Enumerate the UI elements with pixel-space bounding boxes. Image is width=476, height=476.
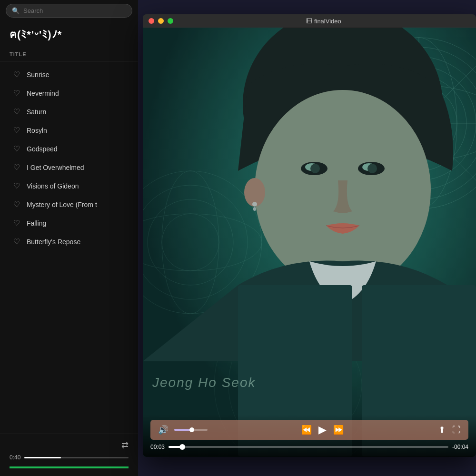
column-header: TITLE — [0, 48, 138, 61]
heart-icon[interactable]: ♡ — [13, 200, 20, 209]
video-window: 🎞 finalVideo — [143, 14, 476, 457]
minimize-button[interactable] — [158, 18, 164, 24]
search-bar[interactable]: 🔍 — [6, 4, 132, 18]
track-item[interactable]: ♡ Godspeed — [4, 139, 134, 158]
maximize-button[interactable] — [168, 18, 173, 24]
share-button[interactable]: ⬆ — [437, 424, 446, 436]
play-button[interactable]: ▶ — [317, 423, 327, 437]
volume-knob — [189, 427, 194, 432]
heart-icon[interactable]: ♡ — [13, 89, 20, 98]
window-title-text: finalVideo — [314, 18, 341, 25]
watermark: Jeong Ho Seok — [152, 375, 256, 390]
app-title: ฅ(ﾐ*'ᵕ'ﾐ)ﾉ* — [0, 18, 138, 48]
track-item[interactable]: ♡ Butterfly's Repose — [4, 232, 134, 251]
video-controls: 🔊 ⏪ ▶ ⏩ ⬆ ⛶ — [143, 414, 476, 457]
shuffle-icon[interactable]: ⇄ — [121, 440, 129, 450]
track-item[interactable]: ♡ Mystery of Love (From t — [4, 195, 134, 214]
track-item[interactable]: ♡ Sunrise — [4, 65, 134, 84]
sidebar: 🔍 ฅ(ﾐ*'ᵕ'ﾐ)ﾉ* TITLE ♡ Sunrise ♡ Nevermin… — [0, 0, 138, 476]
playback-group: ⏪ ▶ ⏩ — [300, 423, 345, 437]
track-list: ♡ Sunrise ♡ Nevermind ♡ Saturn ♡ Rosyln … — [0, 63, 138, 434]
track-name: Saturn — [27, 108, 46, 116]
track-item[interactable]: ♡ Visions of Gideon — [4, 177, 134, 195]
progress-bar-fill — [24, 457, 61, 458]
track-name: Butterfly's Repose — [27, 238, 80, 246]
track-name: Falling — [27, 219, 46, 227]
seek-knob — [179, 444, 185, 450]
video-content: Jeong Ho Seok 🔊 ⏪ ▶ ⏩ — [143, 28, 476, 457]
forward-button[interactable]: ⏩ — [332, 424, 345, 436]
progress-area: 0:40 — [10, 454, 129, 461]
seek-time-start: 00:03 — [150, 444, 165, 450]
search-icon: 🔍 — [12, 7, 20, 14]
close-button[interactable] — [149, 18, 154, 24]
heart-icon[interactable]: ♡ — [13, 237, 20, 246]
seek-row: 00:03 -00:04 — [150, 444, 468, 450]
heart-icon[interactable]: ♡ — [13, 70, 20, 79]
volume-bar[interactable] — [174, 429, 208, 431]
window-titlebar: 🎞 finalVideo — [143, 14, 476, 28]
track-name: Rosyln — [27, 127, 47, 134]
heart-icon[interactable]: ♡ — [13, 126, 20, 135]
right-controls: ⬆ ⛶ — [437, 424, 462, 436]
track-item[interactable]: ♡ Rosyln — [4, 121, 134, 139]
bottom-bar: ⇄ 0:40 — [0, 434, 138, 476]
window-title: 🎞 finalVideo — [177, 18, 470, 25]
track-name: I Get Overwhelmed — [27, 164, 84, 171]
heart-icon[interactable]: ♡ — [13, 218, 20, 228]
search-input[interactable] — [23, 7, 126, 14]
seek-bar[interactable] — [169, 446, 448, 448]
rewind-button[interactable]: ⏪ — [300, 424, 313, 436]
green-accent-bar — [10, 466, 129, 468]
track-item[interactable]: ♡ Falling — [4, 214, 134, 232]
controls-row: 🔊 ⏪ ▶ ⏩ ⬆ ⛶ — [150, 420, 468, 440]
track-name: Mystery of Love (From t — [27, 201, 97, 208]
track-name: Godspeed — [27, 145, 58, 153]
track-name: Sunrise — [27, 71, 49, 79]
track-item[interactable]: ♡ Saturn — [4, 102, 134, 121]
track-name: Nevermind — [27, 89, 59, 97]
seek-time-end: -00:04 — [452, 444, 468, 450]
track-item[interactable]: ♡ Nevermind — [4, 84, 134, 102]
heart-icon[interactable]: ♡ — [13, 181, 20, 190]
heart-icon[interactable]: ♡ — [13, 107, 20, 116]
volume-icon[interactable]: 🔊 — [157, 424, 169, 436]
track-item[interactable]: ♡ I Get Overwhelmed — [4, 158, 134, 177]
time-label: 0:40 — [10, 454, 20, 461]
track-name: Visions of Gideon — [27, 182, 79, 190]
progress-bar[interactable] — [24, 457, 129, 458]
decorative-svg — [143, 28, 476, 457]
window-title-icon: 🎞 — [306, 18, 312, 25]
svg-rect-40 — [143, 28, 476, 456]
heart-icon[interactable]: ♡ — [13, 163, 20, 172]
volume-group: 🔊 — [157, 424, 208, 436]
heart-icon[interactable]: ♡ — [13, 144, 20, 153]
pip-button[interactable]: ⛶ — [451, 424, 462, 436]
